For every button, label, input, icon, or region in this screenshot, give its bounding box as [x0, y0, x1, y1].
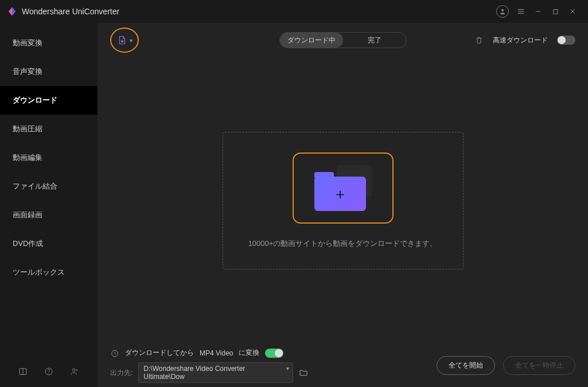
sidebar-item-download[interactable]: ダウンロード — [0, 86, 98, 115]
empty-hint: 10000+の動画サイトから動画をダウンロードできます。 — [248, 239, 438, 249]
sidebar-item-label: DVD作成 — [13, 239, 43, 249]
button-label: 全てを一時停止 — [515, 361, 563, 369]
tab-finished[interactable]: 完了 — [343, 33, 406, 48]
drop-area: ＋ 10000+の動画サイトから動画をダウンロードできます。 — [98, 57, 588, 344]
convert-after-toggle[interactable] — [265, 349, 283, 358]
close-button[interactable] — [564, 3, 581, 20]
help-icon[interactable] — [43, 366, 54, 377]
pause-all-button[interactable]: 全てを一時停止 — [503, 356, 575, 375]
svg-point-5 — [72, 369, 75, 372]
sidebar: 動画変換 音声変換 ダウンロード 動画圧縮 動画編集 ファイル結合 画面録画 D… — [0, 23, 98, 387]
tab-label: 完了 — [368, 36, 381, 45]
sidebar-item-label: 動画変換 — [13, 38, 42, 48]
main-panel: ▾ ダウンロード中 完了 高速ダウンロード ＋ — [98, 23, 588, 387]
account-icon[interactable] — [496, 5, 509, 18]
chevron-down-icon: ▾ — [130, 37, 133, 44]
fast-download-toggle[interactable] — [557, 36, 575, 45]
sidebar-item-video-convert[interactable]: 動画変換 — [0, 29, 98, 57]
app-logo-icon — [7, 6, 17, 17]
output-label: 出力先: — [110, 368, 133, 378]
user-add-icon[interactable] — [69, 366, 80, 377]
sidebar-item-label: ダウンロード — [13, 95, 57, 105]
svg-point-4 — [48, 373, 49, 373]
bottom-bar: ダウンロードしてからMP4 Videoに変換 出力先: D:\Wondersha… — [98, 344, 588, 387]
tab-label: ダウンロード中 — [287, 36, 336, 45]
sidebar-item-toolbox[interactable]: ツールボックス — [0, 258, 98, 287]
button-label: 全てを開始 — [449, 361, 483, 369]
start-all-button[interactable]: 全てを開始 — [437, 356, 495, 375]
open-folder-icon[interactable] — [299, 368, 308, 377]
menu-icon[interactable] — [512, 3, 529, 20]
sidebar-item-label: ツールボックス — [13, 267, 65, 277]
sidebar-item-label: ファイル結合 — [13, 181, 57, 191]
sidebar-item-merge[interactable]: ファイル結合 — [0, 172, 98, 201]
trash-icon[interactable] — [474, 36, 484, 45]
minimize-button[interactable] — [529, 3, 547, 20]
add-folder-button[interactable]: ＋ — [293, 153, 394, 224]
maximize-button[interactable] — [547, 3, 564, 20]
toolbar: ▾ ダウンロード中 完了 高速ダウンロード — [98, 23, 588, 57]
paste-url-button[interactable]: ▾ — [110, 28, 139, 53]
sidebar-item-record[interactable]: 画面録画 — [0, 201, 98, 229]
sidebar-item-label: 動画編集 — [13, 153, 42, 163]
folder-plus-icon: ＋ — [314, 165, 372, 211]
sidebar-item-dvd[interactable]: DVD作成 — [0, 229, 98, 258]
output-path-select[interactable]: D:\Wondershare Video Converter Ultimate\… — [138, 362, 293, 383]
sidebar-item-audio-convert[interactable]: 音声変換 — [0, 57, 98, 86]
sidebar-item-label: 音声変換 — [13, 67, 42, 77]
convert-after-format[interactable]: MP4 Video — [200, 349, 233, 357]
output-path-value: D:\Wondershare Video Converter Ultimate\… — [143, 365, 245, 381]
titlebar: Wondershare UniConverter — [0, 0, 588, 23]
convert-after-label-suffix: に変換 — [239, 348, 259, 358]
library-icon[interactable] — [17, 366, 29, 377]
fast-download-label: 高速ダウンロード — [493, 36, 548, 45]
sidebar-item-label: 画面録画 — [13, 210, 42, 220]
sidebar-item-edit[interactable]: 動画編集 — [0, 143, 98, 172]
convert-after-label-prefix: ダウンロードしてから — [125, 348, 194, 358]
app-title: Wondershare UniConverter — [22, 7, 119, 16]
tab-downloading[interactable]: ダウンロード中 — [280, 33, 343, 48]
svg-point-0 — [501, 9, 504, 11]
status-tabs: ダウンロード中 完了 — [279, 32, 407, 48]
schedule-icon[interactable] — [110, 349, 119, 358]
chevron-down-icon: ▾ — [286, 365, 289, 372]
empty-dropzone[interactable]: ＋ 10000+の動画サイトから動画をダウンロードできます。 — [223, 132, 464, 269]
svg-rect-1 — [553, 9, 557, 13]
sidebar-item-compress[interactable]: 動画圧縮 — [0, 115, 98, 143]
sidebar-item-label: 動画圧縮 — [13, 124, 42, 134]
